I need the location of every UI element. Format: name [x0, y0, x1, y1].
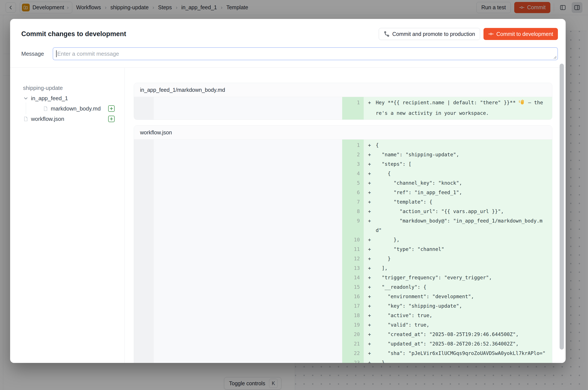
- new-line-number: 7: [342, 197, 364, 207]
- code-text: "__readonly": {: [376, 282, 552, 292]
- new-line-number: 23: [342, 358, 364, 363]
- old-line-number: [134, 330, 154, 339]
- tree-file-markdown-body[interactable]: markdown_body.md: [23, 103, 115, 114]
- diff-line: 10+ },: [134, 235, 552, 244]
- new-line-number: 5: [342, 178, 364, 188]
- diff-add-marker: +: [364, 311, 376, 320]
- new-line-number: 1: [342, 98, 364, 118]
- new-line-number: 12: [342, 254, 364, 263]
- new-line-code: + "type": "channel": [364, 244, 552, 254]
- new-line-code: + "steps": [: [364, 159, 552, 169]
- code-text: "trigger_frequency": "every_trigger",: [376, 273, 552, 282]
- code-text: "created_at": "2025-08-25T19:29:46.64450…: [376, 330, 552, 339]
- old-line-number: [134, 348, 154, 358]
- code-text: "steps": [: [376, 159, 552, 169]
- diff-add-marker: +: [364, 292, 376, 301]
- commit-message-input[interactable]: Enter a commit message: [53, 47, 558, 60]
- code-text: },: [376, 235, 552, 244]
- tree-file-workflow-json[interactable]: workflow.json: [23, 114, 115, 124]
- old-line-code: [154, 235, 342, 244]
- diff-add-marker: +: [364, 244, 376, 254]
- old-line-number: [134, 282, 154, 292]
- old-line-code: [154, 292, 342, 301]
- app-root: Development › Workflows › shipping-updat…: [0, 0, 588, 390]
- diff-add-marker: +: [364, 235, 376, 244]
- commit-and-promote-label: Commit and promote to production: [392, 31, 475, 37]
- tree-group-label: in_app_feed_1: [31, 95, 68, 102]
- old-line-code: [154, 244, 342, 254]
- commit-and-promote-button[interactable]: Commit and promote to production: [379, 28, 480, 40]
- diff-line: 9+ "markdown_body@": "in_app_feed_1/mark…: [134, 216, 552, 235]
- old-line-code: [154, 339, 342, 348]
- old-line-code: [154, 207, 342, 216]
- diff-line: 12+ }: [134, 254, 552, 263]
- new-line-code: +{: [364, 140, 552, 150]
- promote-branch-icon: [384, 31, 390, 37]
- old-line-code: [154, 98, 342, 118]
- new-line-number: 14: [342, 273, 364, 282]
- diff-line: 14+ "trigger_frequency": "every_trigger"…: [134, 273, 552, 282]
- modal-actions: Commit and promote to production Commit …: [379, 28, 558, 40]
- diff-file-name: in_app_feed_1/markdown_body.md: [134, 83, 552, 97]
- code-text: {: [376, 169, 552, 178]
- old-line-code: [154, 330, 342, 339]
- code-text: }: [376, 358, 552, 363]
- old-line-code: [154, 301, 342, 311]
- commit-modal-header: Commit changes to development Commit and…: [10, 19, 566, 67]
- old-line-code: [154, 140, 342, 150]
- old-line-number: [134, 216, 154, 235]
- diff-add-marker: +: [364, 273, 376, 282]
- diff-add-marker: +: [364, 301, 376, 311]
- commit-modal: Commit changes to development Commit and…: [10, 19, 566, 363]
- diff-line: 20+ "created_at": "2025-08-25T19:29:46.6…: [134, 330, 552, 339]
- new-line-code: + "active": true,: [364, 311, 552, 320]
- diff-add-marker: +: [364, 197, 376, 207]
- diff-line: 18+ "active": true,: [134, 311, 552, 320]
- file-added-badge: [108, 116, 115, 122]
- diff-line: 19+ "valid": true,: [134, 320, 552, 330]
- diff-file-name: workflow.json: [134, 126, 552, 140]
- new-line-number: 21: [342, 339, 364, 348]
- resize-grip-icon[interactable]: [553, 55, 557, 59]
- old-line-number: [134, 140, 154, 150]
- diff-add-marker: +: [364, 216, 376, 235]
- new-line-code: + "created_at": "2025-08-25T19:29:46.644…: [364, 330, 552, 339]
- modal-title: Commit changes to development: [21, 30, 126, 38]
- new-line-number: 4: [342, 169, 364, 178]
- code-text: "active": true,: [376, 311, 552, 320]
- diff-line: 8+ "action_url": "{{ vars.app_url }}",: [134, 207, 552, 216]
- commit-to-development-button[interactable]: Commit to development: [483, 28, 558, 40]
- file-icon: [43, 106, 48, 111]
- old-line-number: [134, 320, 154, 330]
- diff-line: 22+ "sha": "pJeLVir6xIlUCMGqs9qroZoUAVDS…: [134, 348, 552, 358]
- diff-add-marker: +: [364, 330, 376, 339]
- diff-line: 6+ "ref": "in_app_feed_1",: [134, 188, 552, 197]
- old-line-number: [134, 244, 154, 254]
- old-line-code: [154, 348, 342, 358]
- workflow-root-label: shipping-update: [23, 83, 115, 93]
- file-added-badge: [108, 105, 115, 112]
- old-line-number: [134, 273, 154, 282]
- diff-add-marker: +: [364, 98, 376, 118]
- code-text: "updated_at": "2025-08-26T20:26:52.36400…: [376, 339, 552, 348]
- new-line-code: + {: [364, 169, 552, 178]
- old-line-number: [134, 339, 154, 348]
- new-line-number: 20: [342, 330, 364, 339]
- old-line-code: [154, 216, 342, 235]
- tree-group-in-app-feed[interactable]: in_app_feed_1: [23, 93, 115, 103]
- diff-line: 13+ ],: [134, 263, 552, 273]
- old-line-number: [134, 301, 154, 311]
- new-line-number: 18: [342, 311, 364, 320]
- new-line-number: 16: [342, 292, 364, 301]
- new-line-code: + "valid": true,: [364, 320, 552, 330]
- old-line-code: [154, 159, 342, 169]
- modal-scrollbar-thumb[interactable]: [560, 64, 564, 349]
- diff-line: 3+ "steps": [: [134, 159, 552, 169]
- diff-line: 5+ "channel_key": "knock",: [134, 178, 552, 188]
- plus-icon: [109, 117, 113, 121]
- old-line-code: [154, 320, 342, 330]
- old-line-number: [134, 159, 154, 169]
- code-text: "ref": "in_app_feed_1",: [376, 188, 552, 197]
- old-line-code: [154, 254, 342, 263]
- diff-add-marker: +: [364, 254, 376, 263]
